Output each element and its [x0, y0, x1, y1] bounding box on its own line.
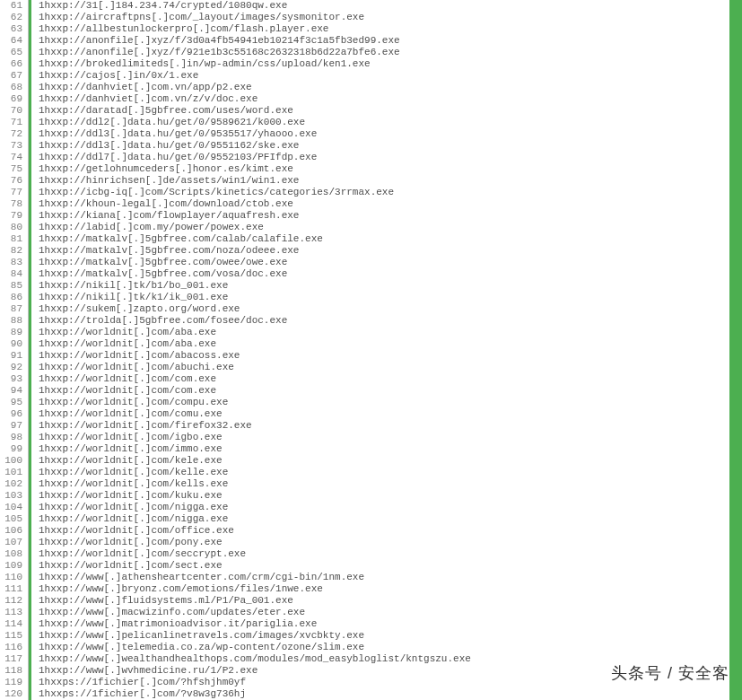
line-number: 66 [4, 58, 22, 70]
code-line[interactable]: 1hxxp://nikil[.]tk/b1/bo_001.exe [39, 280, 742, 292]
code-line[interactable]: 1hxxp://danhviet[.]com.vn/z/v/doc.exe [39, 93, 742, 105]
line-number: 67 [4, 70, 22, 82]
line-number: 88 [4, 315, 22, 327]
code-line[interactable]: 1hxxp://worldnit[.]com/kele.exe [39, 455, 742, 467]
code-line[interactable]: 1hxxp://kiana[.]com/flowplayer/aquafresh… [39, 210, 742, 222]
code-line[interactable]: 1hxxp://hinrichsen[.]de/assets/win1/win1… [39, 175, 742, 187]
code-line[interactable]: 1hxxp://worldnit[.]com/com.exe [39, 385, 742, 397]
code-line[interactable]: 1hxxp://danhviet[.]com.vn/app/p2.exe [39, 82, 742, 93]
code-line[interactable]: 1hxxp://anonfile[.]xyz/f/3d0a4fb54941eb1… [39, 35, 742, 47]
code-line[interactable]: 1hxxp://matkalv[.]5gbfree.com/vosa/doc.e… [39, 268, 742, 280]
code-line[interactable]: 1hxxp://worldnit[.]com/abuchi.exe [39, 362, 742, 373]
line-number: 73 [4, 140, 22, 152]
line-number: 96 [4, 408, 22, 420]
code-line[interactable]: 1hxxp://www[.]pelicanlinetravels.com/ima… [39, 630, 742, 642]
line-number: 94 [4, 385, 22, 397]
line-number: 99 [4, 443, 22, 455]
code-line[interactable]: 1hxxp://trolda[.]5gbfree.com/fosee/doc.e… [39, 315, 742, 327]
line-number: 92 [4, 362, 22, 373]
code-line[interactable]: 1hxxp://worldnit[.]com/firefox32.exe [39, 420, 742, 432]
code-line[interactable]: 1hxxp://worldnit[.]com/pony.exe [39, 537, 742, 548]
code-line[interactable]: 1hxxp://worldnit[.]com/kelle.exe [39, 467, 742, 478]
code-line[interactable]: 1hxxp://worldnit[.]com/aba.exe [39, 338, 742, 350]
line-number: 85 [4, 280, 22, 292]
code-line[interactable]: 1hxxp://ddl3[.]data.hu/get/0/9551162/ske… [39, 140, 742, 152]
line-number: 62 [4, 12, 22, 23]
code-line[interactable]: 1hxxp://matkalv[.]5gbfree.com/owee/owe.e… [39, 257, 742, 268]
code-line[interactable]: 1hxxp://matkalv[.]5gbfree.com/calab/cala… [39, 233, 742, 245]
code-line[interactable]: 1hxxps://1fichier[.]com/?hfshjhm0yf [39, 677, 742, 688]
code-line[interactable]: 1hxxp://sukem[.]zapto.org/word.exe [39, 303, 742, 315]
line-number: 109 [4, 560, 22, 572]
line-number: 63 [4, 23, 22, 35]
line-number: 83 [4, 257, 22, 268]
code-line[interactable]: 1hxxp://worldnit[.]com/abacoss.exe [39, 350, 742, 362]
code-line[interactable]: 1hxxp://ddl7[.]data.hu/get/0/9552103/PFI… [39, 152, 742, 163]
code-area[interactable]: 1hxxp://31[.]184.234.74/crypted/1080qw.e… [29, 0, 742, 700]
line-number: 61 [4, 0, 22, 12]
line-number: 77 [4, 187, 22, 198]
code-line[interactable]: 1hxxp://worldnit[.]com/comu.exe [39, 408, 742, 420]
line-number: 71 [4, 117, 22, 128]
code-line[interactable]: 1hxxp://ddl3[.]data.hu/get/0/9535517/yha… [39, 128, 742, 140]
code-line[interactable]: 1hxxp://brokedlimiteds[.]in/wp-admin/css… [39, 58, 742, 70]
code-line[interactable]: 1hxxp://www[.]matrimonioadvisor.it/parig… [39, 618, 742, 630]
code-line[interactable]: 1hxxp://ddl2[.]data.hu/get/0/9589621/k00… [39, 117, 742, 128]
line-number: 70 [4, 105, 22, 117]
code-line[interactable]: 1hxxp://www[.]telemedia.co.za/wp-content… [39, 642, 742, 653]
line-number: 117 [4, 653, 22, 665]
code-line[interactable]: 1hxxp://nikil[.]tk/k1/ik_001.exe [39, 292, 742, 303]
line-number: 105 [4, 513, 22, 525]
code-line[interactable]: 1hxxp://anonfile[.]xyz/f/921e1b3c55168c2… [39, 47, 742, 58]
code-line[interactable]: 1hxxp://worldnit[.]com/immo.exe [39, 443, 742, 455]
line-number: 97 [4, 420, 22, 432]
code-line[interactable]: 1hxxp://allbestunlockerpro[.]com/flash.p… [39, 23, 742, 35]
code-line[interactable]: 1hxxp://worldnit[.]com/compu.exe [39, 397, 742, 408]
line-number: 64 [4, 35, 22, 47]
code-line[interactable]: 1hxxp://www[.]macwizinfo.com/updates/ete… [39, 607, 742, 618]
line-number: 72 [4, 128, 22, 140]
line-number: 68 [4, 82, 22, 93]
code-line[interactable]: 1hxxp://matkalv[.]5gbfree.com/noza/odeee… [39, 245, 742, 257]
code-line[interactable]: 1hxxp://worldnit[.]com/kuku.exe [39, 490, 742, 502]
line-number: 76 [4, 175, 22, 187]
code-line[interactable]: 1hxxp://icbg-iq[.]com/Scripts/kinetics/c… [39, 187, 742, 198]
line-number: 98 [4, 432, 22, 443]
line-number-gutter: 6162636465666768697071727374757677787980… [0, 0, 29, 700]
line-number: 95 [4, 397, 22, 408]
code-line[interactable]: 1hxxp://worldnit[.]com/nigga.exe [39, 502, 742, 513]
code-line[interactable]: 1hxxp://labid[.]com.my/power/powex.exe [39, 222, 742, 233]
code-line[interactable]: 1hxxp://worldnit[.]com/kells.exe [39, 478, 742, 490]
line-number: 115 [4, 630, 22, 642]
line-number: 91 [4, 350, 22, 362]
code-line[interactable]: 1hxxp://31[.]184.234.74/crypted/1080qw.e… [39, 0, 742, 12]
code-line[interactable]: 1hxxp://www[.]wvhmedicine.ru/1/P2.exe [39, 665, 742, 677]
code-line[interactable]: 1hxxp://daratad[.]5gbfree.com/uses/word.… [39, 105, 742, 117]
code-line[interactable]: 1hxxp://worldnit[.]com/aba.exe [39, 327, 742, 338]
code-line[interactable]: 1hxxp://khoun-legal[.]com/download/ctob.… [39, 198, 742, 210]
line-number: 78 [4, 198, 22, 210]
code-line[interactable]: 1hxxp://aircraftpns[.]com/_layout/images… [39, 12, 742, 23]
code-line[interactable]: 1hxxp://worldnit[.]com/office.exe [39, 525, 742, 537]
code-line[interactable]: 1hxxp://worldnit[.]com/igbo.exe [39, 432, 742, 443]
code-line[interactable]: 1hxxp://www[.]fluidsystems.ml/P1/Pa_001.… [39, 595, 742, 607]
line-number: 86 [4, 292, 22, 303]
code-line[interactable]: 1hxxp://worldnit[.]com/nigga.exe [39, 513, 742, 525]
line-number: 79 [4, 210, 22, 222]
code-line[interactable]: 1hxxp://cajos[.]in/0x/1.exe [39, 70, 742, 82]
line-number: 84 [4, 268, 22, 280]
line-number: 74 [4, 152, 22, 163]
line-number: 100 [4, 455, 22, 467]
code-line[interactable]: 1hxxp://worldnit[.]com/seccrypt.exe [39, 548, 742, 560]
code-line[interactable]: 1hxxp://worldnit[.]com/sect.exe [39, 560, 742, 572]
code-line[interactable]: 1hxxp://www[.]athensheartcenter.com/crm/… [39, 572, 742, 583]
line-number: 80 [4, 222, 22, 233]
code-line[interactable]: 1hxxps://1fichier[.]com/?v8w3g736hj [39, 688, 742, 700]
code-line[interactable]: 1hxxp://getlohnumceders[.]honor.es/kimt.… [39, 163, 742, 175]
line-number: 69 [4, 93, 22, 105]
code-line[interactable]: 1hxxp://www[.]wealthandhealthops.com/mod… [39, 653, 742, 665]
code-editor: 6162636465666768697071727374757677787980… [0, 0, 742, 700]
code-line[interactable]: 1hxxp://www[.]bryonz.com/emotions/files/… [39, 583, 742, 595]
code-line[interactable]: 1hxxp://worldnit[.]com/com.exe [39, 373, 742, 385]
right-accent-border [729, 0, 742, 700]
